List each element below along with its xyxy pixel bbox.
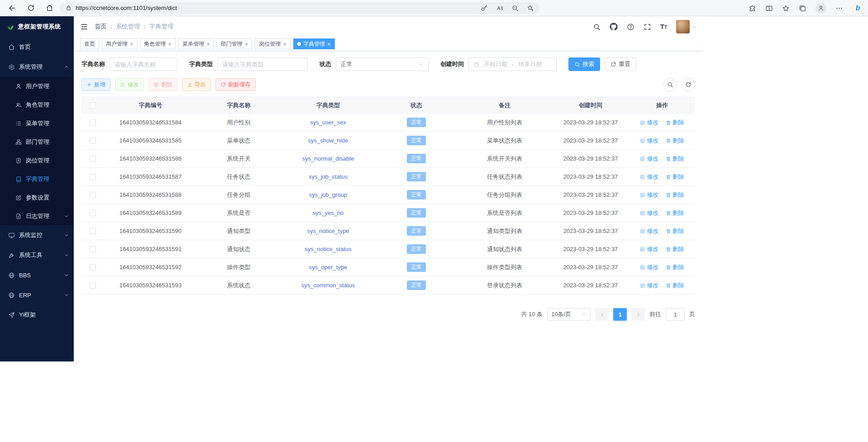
row-delete-link[interactable]: 删除 [666,119,684,127]
dict-type-input[interactable] [217,57,308,71]
tab-home[interactable]: 首页 [80,38,99,49]
row-edit-link[interactable]: 修改 [640,227,658,235]
select-all-checkbox[interactable] [90,102,96,109]
sidebar-item-monitoring[interactable]: 系统监控 [0,225,74,245]
close-icon[interactable]: × [206,41,210,47]
row-delete-link[interactable]: 删除 [666,137,684,145]
browser-back-icon[interactable] [8,4,16,12]
reset-button[interactable]: 重置 [605,57,636,71]
next-page-button[interactable] [631,308,645,321]
row-edit-link[interactable]: 修改 [640,137,658,145]
prev-page-button[interactable] [595,308,609,321]
browser-profile-avatar[interactable] [816,3,826,14]
user-menu[interactable] [676,20,696,33]
sidebar-item-tools[interactable]: 系统工具 [0,245,74,265]
row-edit-link[interactable]: 修改 [640,119,658,127]
close-icon[interactable]: × [245,41,248,47]
dict-type-link[interactable]: sys_common_status [301,282,355,289]
row-checkbox[interactable] [90,246,96,252]
sidebar-item-roles[interactable]: 角色管理 [0,95,74,114]
row-edit-link[interactable]: 修改 [640,281,658,290]
date-range-picker[interactable]: 开始日期 - 结束日期 [468,57,557,71]
row-delete-link[interactable]: 删除 [666,281,684,290]
password-key-icon[interactable] [481,5,488,12]
refresh-table-button[interactable] [682,78,695,91]
dict-type-link[interactable]: sys_job_status [309,173,348,180]
row-checkbox[interactable] [90,138,96,144]
row-checkbox[interactable] [90,264,96,271]
sidebar-toggle-icon[interactable] [80,23,88,31]
edit-button[interactable]: 修改 [115,78,144,91]
tab-roles[interactable]: 角色管理× [140,38,176,49]
refresh-cache-button[interactable]: 刷新缓存 [215,78,256,91]
row-checkbox[interactable] [90,228,96,234]
sidebar-item-users[interactable]: 用户管理 [0,77,74,95]
sidebar-item-yi-framework[interactable]: Yi框架 [0,305,74,325]
sidebar-item-dictionary[interactable]: 字典管理 [0,170,74,188]
row-checkbox[interactable] [90,119,96,126]
github-icon[interactable] [610,23,618,31]
row-delete-link[interactable]: 删除 [666,209,684,217]
read-aloud-icon[interactable] [496,5,503,12]
row-delete-link[interactable]: 删除 [666,173,684,181]
row-delete-link[interactable]: 删除 [666,191,684,199]
close-icon[interactable]: × [130,41,134,47]
fullscreen-icon[interactable] [644,23,651,31]
sidebar-item-parameters[interactable]: 参数设置 [0,188,74,207]
close-icon[interactable]: × [283,41,286,47]
dict-type-link[interactable]: sys_show_hide [308,137,348,144]
bing-icon[interactable]: b [852,3,863,14]
sidebar-item-erp[interactable]: ERP [0,285,74,305]
search-button[interactable]: 搜索 [568,57,600,71]
dict-name-input[interactable] [110,57,177,71]
browser-home-icon[interactable] [46,4,53,12]
zoom-out-icon[interactable] [511,5,519,12]
row-delete-link[interactable]: 删除 [666,155,684,163]
close-icon[interactable]: × [327,41,331,47]
row-delete-link[interactable]: 删除 [666,245,684,253]
row-edit-link[interactable]: 修改 [640,245,658,253]
close-icon[interactable]: × [168,41,172,47]
sidebar-item-bbs[interactable]: BBS [0,265,74,285]
split-screen-icon[interactable] [765,5,773,12]
url-text[interactable]: https://ccnetcore.com:1101/system/dict [76,5,481,11]
tab-dictionary[interactable]: 字典管理× [293,38,335,49]
toggle-search-button[interactable] [663,78,677,91]
tab-departments[interactable]: 部门管理× [217,38,253,49]
sidebar-item-logs[interactable]: 日志管理 [0,207,74,225]
sidebar-item-home[interactable]: 首页 [0,37,74,57]
address-bar[interactable]: https://ccnetcore.com:1101/system/dict [60,2,539,14]
search-icon[interactable] [593,23,601,31]
start-date-placeholder[interactable]: 开始日期 [484,60,507,68]
help-icon[interactable] [627,23,634,31]
favorites-icon[interactable] [782,5,790,12]
current-page-button[interactable]: 1 [613,308,627,321]
row-edit-link[interactable]: 修改 [640,191,658,199]
avatar[interactable] [676,20,690,33]
dict-type-link[interactable]: sys_job_group [309,191,348,198]
tab-users[interactable]: 用户管理× [102,38,138,49]
row-delete-link[interactable]: 删除 [666,227,684,235]
row-checkbox[interactable] [90,192,96,198]
app-logo[interactable]: 意框架管理系统 [0,16,74,37]
sidebar-item-menus[interactable]: 菜单管理 [0,114,74,133]
row-checkbox[interactable] [90,156,96,162]
tab-positions[interactable]: 岗位管理× [255,38,291,49]
sidebar-item-positions[interactable]: 岗位管理 [0,151,74,170]
row-checkbox[interactable] [90,174,96,180]
row-edit-link[interactable]: 修改 [640,173,658,181]
sidebar-item-system[interactable]: 系统管理 [0,57,74,77]
dict-type-link[interactable]: sys_normal_disable [302,155,354,162]
row-checkbox[interactable] [90,282,96,289]
breadcrumb-home[interactable]: 首页 [95,23,107,31]
row-delete-link[interactable]: 删除 [666,263,684,271]
delete-button[interactable]: 删除 [148,78,177,91]
collections-icon[interactable] [799,5,806,12]
page-size-select[interactable]: 10条/页 [547,308,591,321]
status-select[interactable]: 正常 [336,57,429,71]
add-button[interactable]: 新增 [81,78,110,91]
dict-type-link[interactable]: sys_notice_type [307,228,349,234]
browser-refresh-icon[interactable] [27,4,35,12]
end-date-placeholder[interactable]: 结束日期 [518,60,542,68]
row-edit-link[interactable]: 修改 [640,263,658,271]
